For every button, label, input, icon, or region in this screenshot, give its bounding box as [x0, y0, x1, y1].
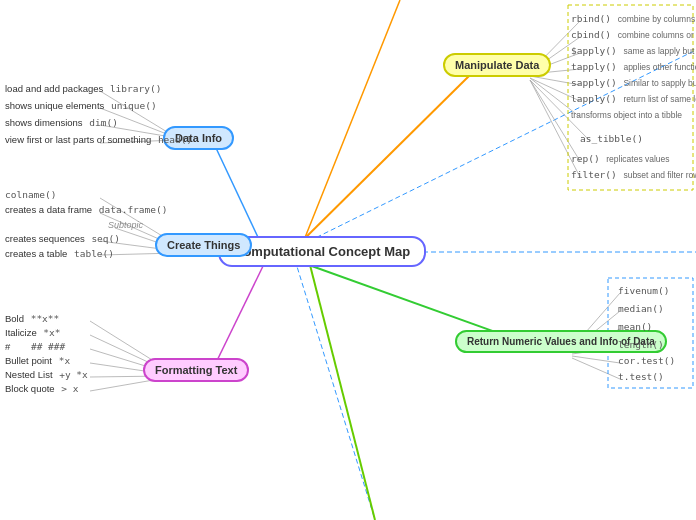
numeric-fivenum: fivenum(): [618, 285, 669, 296]
data-info-item-1: load and add packages library(): [5, 83, 161, 94]
manip-rep: rep() replicates values: [571, 153, 670, 164]
data-info-item-3: shows dimensions dim(): [5, 117, 118, 128]
svg-line-9: [300, 0, 400, 250]
manip-astibble: as_tibble(): [580, 133, 643, 144]
format-hash: # ## ###: [5, 341, 65, 352]
manip-sapply: $apply() same as lapply but retu: [571, 45, 696, 56]
format-bullet: Bullet point *x: [5, 355, 70, 366]
create-subtopic: Subtopic: [108, 220, 143, 230]
numeric-length: length(): [618, 339, 664, 350]
svg-line-8: [310, 265, 375, 520]
create-things-node: Create Things: [155, 233, 252, 257]
format-bold: Bold **x**: [5, 313, 59, 324]
manip-vapply: sapply() Similar to sapply but al: [571, 77, 696, 88]
manip-filter: filter() subset and filter rows: [571, 169, 696, 180]
create-item-dataframe: creates a data frame data.frame(): [5, 204, 167, 215]
data-info-item-4: view first or last parts of something he…: [5, 134, 192, 145]
manip-rbind: rbind() combine by columns or r: [571, 13, 696, 24]
formatting-text-node: Formatting Text: [143, 358, 249, 382]
numeric-mean: mean(): [618, 321, 652, 332]
numeric-ttest: t.test(): [618, 371, 664, 382]
format-nested: Nested List +y *x: [5, 369, 88, 380]
create-item-seq: creates sequences seq(): [5, 233, 120, 244]
svg-line-6: [295, 260, 375, 520]
manipulate-data-node: Manipulate Data: [443, 53, 551, 77]
create-item-colname: colname(): [5, 189, 56, 200]
format-italic: Italicize *x*: [5, 327, 61, 338]
manip-lapply: lapply() return list of same lengt: [571, 93, 696, 104]
manip-transforms: transforms object into a tibble: [571, 109, 682, 120]
create-item-table: creates a table table(): [5, 248, 114, 259]
svg-line-40: [572, 358, 620, 379]
manip-tapply: tapply() applies other functions: [571, 61, 696, 72]
manip-cbind: cbind() combine columns or row: [571, 29, 696, 40]
numeric-cortest: cor.test(): [618, 355, 675, 366]
svg-line-39: [572, 356, 620, 363]
format-blockquote: Block quote > x: [5, 383, 78, 394]
data-info-item-2: shows unique elements unique(): [5, 100, 157, 111]
numeric-median: median(): [618, 303, 664, 314]
concept-map-canvas: Computational Concept Map Data Info Crea…: [0, 0, 696, 520]
svg-line-3: [295, 75, 470, 248]
